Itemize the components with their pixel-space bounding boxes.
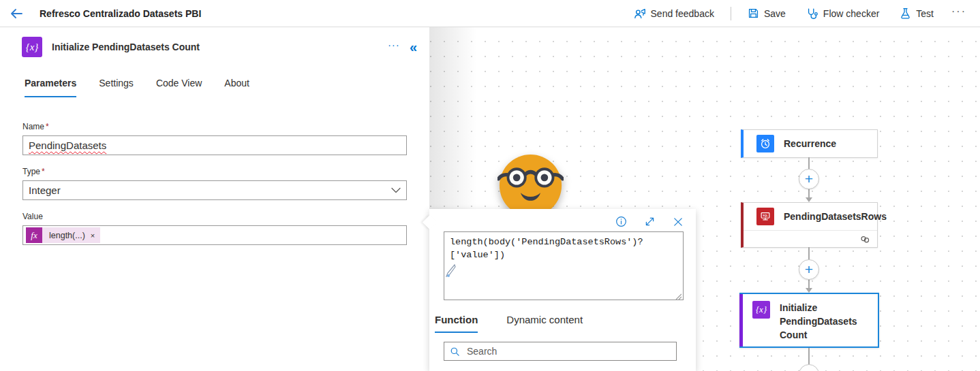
fx-icon: fx [26, 227, 42, 243]
flow-title: Refresco Centralizado Datasets PBI [40, 8, 201, 19]
name-field-value: PendingDatasets [29, 140, 106, 151]
panel-more-button[interactable]: ··· [388, 39, 410, 56]
connector-line [808, 348, 810, 366]
action-details-panel: {x} Initialize PendingDatasets Count ···… [0, 27, 429, 371]
variable-icon: {x} [752, 301, 770, 319]
toolbar-more-button[interactable]: ··· [947, 5, 970, 22]
sql-monitor-icon: SQL [756, 208, 774, 225]
test-button[interactable]: Test [893, 5, 940, 22]
send-feedback-label: Send feedback [651, 8, 714, 19]
test-label: Test [916, 8, 934, 19]
send-feedback-button[interactable]: Send feedback [627, 5, 721, 22]
expression-editor-popup: length(body('PendingDatasetsRows')? ['va… [429, 209, 696, 371]
node-title: PendingDatasetsRows [784, 211, 887, 222]
panel-title: Initialize PendingDatasets Count [52, 42, 388, 52]
svg-text:SQL: SQL [763, 214, 768, 217]
value-field[interactable]: fx length(...) × [22, 225, 407, 245]
type-select-value: Integer [29, 184, 61, 196]
panel-tabs: Parameters Settings Code View About [0, 78, 429, 97]
recurrence-clock-icon [756, 135, 774, 152]
insert-step-button[interactable]: + [799, 364, 819, 371]
type-select[interactable]: Integer [22, 180, 407, 200]
name-field-label: Name* [22, 122, 407, 131]
flow-checker-icon [806, 7, 818, 20]
tab-dynamic-content[interactable]: Dynamic content [506, 314, 583, 333]
save-label: Save [764, 8, 786, 19]
type-field-label: Type* [22, 167, 407, 176]
close-icon[interactable] [673, 216, 684, 227]
top-bar: Refresco Centralizado Datasets PBI Send … [0, 0, 980, 27]
save-icon [748, 7, 759, 19]
send-feedback-icon [634, 7, 646, 20]
required-asterisk: * [46, 122, 49, 131]
tab-function[interactable]: Function [435, 314, 478, 333]
chevron-down-icon [391, 187, 401, 193]
info-icon[interactable] [615, 216, 627, 227]
node-initialize-pendingdatasets-count[interactable]: {x} Initialize PendingDatasets Count [739, 293, 879, 348]
back-arrow-icon [10, 7, 23, 20]
insert-step-button[interactable]: + [799, 259, 819, 280]
save-button[interactable]: Save [741, 5, 793, 22]
tab-parameters[interactable]: Parameters [25, 78, 76, 97]
tab-about[interactable]: About [224, 78, 249, 97]
panel-collapse-button[interactable]: « [410, 40, 420, 54]
function-search[interactable] [444, 342, 677, 361]
node-title: Initialize PendingDatasets Count [780, 301, 861, 346]
expression-chip[interactable]: fx length(...) × [26, 227, 100, 243]
back-button[interactable] [8, 5, 25, 22]
expand-icon[interactable] [644, 216, 656, 227]
chip-remove-icon[interactable]: × [91, 231, 95, 240]
editor-content: Recurrence + SQL PendingDatasetsRows [0, 27, 980, 371]
expression-input[interactable]: length(body('PendingDatasetsRows')? ['va… [444, 231, 684, 300]
flow-checker-label: Flow checker [823, 8, 879, 19]
expression-caret-icon [446, 263, 456, 280]
expression-tabs: Function Dynamic content [429, 314, 696, 333]
expression-chip-label: length(...) [49, 231, 85, 240]
value-field-label: Value [22, 212, 407, 221]
node-pendingdatasetsrows[interactable]: SQL PendingDatasetsRows [741, 202, 878, 248]
variable-action-icon: {x} [22, 37, 42, 57]
name-field[interactable]: PendingDatasets [22, 135, 407, 155]
node-title: Recurrence [784, 138, 836, 149]
connector-arrow [806, 197, 812, 202]
connection-link-icon[interactable] [859, 233, 871, 245]
insert-step-button[interactable]: + [799, 169, 819, 189]
test-flask-icon [900, 7, 911, 19]
required-asterisk: * [42, 167, 45, 176]
search-input[interactable] [467, 346, 671, 357]
connector-arrow [806, 288, 812, 293]
tab-settings[interactable]: Settings [99, 78, 134, 97]
search-icon [450, 346, 460, 357]
toolbar-divider [731, 7, 731, 20]
flow-checker-button[interactable]: Flow checker [799, 5, 886, 22]
node-recurrence[interactable]: Recurrence [741, 129, 878, 158]
tab-code-view[interactable]: Code View [156, 78, 202, 97]
